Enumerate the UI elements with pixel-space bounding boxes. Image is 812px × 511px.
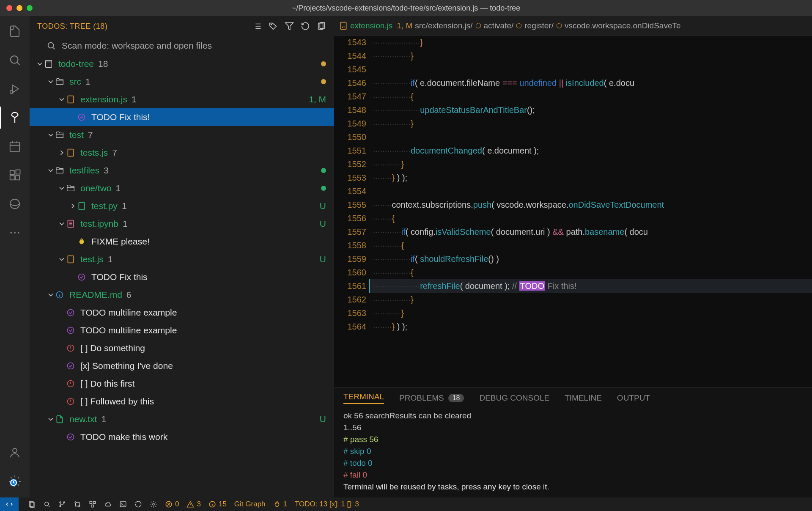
svg-point-33	[68, 434, 74, 440]
sidebar: TODOS: TREE (18) Scan mode: workspace an…	[30, 16, 334, 497]
filter-icon[interactable]	[285, 22, 294, 31]
tree-row[interactable]: one/two1	[30, 179, 334, 197]
todo-tree-icon[interactable]	[7, 110, 22, 125]
sb-info[interactable]: 15	[208, 500, 227, 508]
more-icon[interactable]	[7, 225, 22, 240]
tree-row[interactable]: src1	[30, 73, 334, 91]
js-file-icon	[339, 22, 348, 30]
sb-compare-icon[interactable]	[74, 500, 81, 508]
tab-problems[interactable]: PROBLEMS18	[399, 392, 464, 404]
tree-row[interactable]: [ ] Do this first	[30, 375, 334, 393]
extensions-icon[interactable]	[7, 168, 22, 183]
svg-rect-34	[340, 22, 346, 29]
svg-rect-46	[120, 502, 126, 507]
activity-bar	[0, 16, 30, 497]
sb-files-icon[interactable]	[28, 500, 36, 508]
sb-gitgraph[interactable]: Git Graph	[234, 500, 266, 508]
tree-row[interactable]: [x] Something I've done	[30, 357, 334, 375]
search-icon	[47, 41, 56, 50]
terminal-output[interactable]: ok 56 searchResults can be cleared1..56#…	[334, 408, 812, 497]
sb-errors[interactable]: 0	[165, 500, 179, 508]
tree-row[interactable]: TODO multiline example	[30, 304, 334, 321]
tree-row[interactable]: extension.js11, M	[30, 91, 334, 108]
tree-row[interactable]: tests.js7	[30, 144, 334, 162]
tree-row[interactable]: [ ] Followed by this	[30, 393, 334, 410]
refresh-icon[interactable]	[301, 22, 310, 31]
tab-terminal[interactable]: TERMINAL	[343, 392, 384, 404]
svg-point-40	[63, 502, 65, 503]
close-window[interactable]	[6, 5, 12, 11]
svg-rect-3	[10, 170, 14, 175]
svg-rect-6	[16, 170, 20, 174]
code-editor[interactable]: 1543154415451546154715481549155015511552…	[334, 36, 812, 387]
item-label: todo-tree	[58, 59, 94, 69]
tree-row[interactable]: new.txt1U	[30, 410, 334, 428]
alert-icon	[66, 343, 75, 353]
explorer-icon[interactable]	[7, 24, 22, 39]
sb-flame[interactable]: 1	[273, 500, 287, 508]
item-count: 18	[98, 59, 108, 69]
tree-view[interactable]: todo-tree18src1extension.js11, MTODO Fix…	[30, 55, 334, 497]
status-dot	[321, 79, 326, 84]
js-file-icon	[66, 148, 75, 157]
search-icon[interactable]	[7, 52, 22, 68]
account-icon[interactable]	[7, 445, 22, 460]
sb-cloud-icon[interactable]	[104, 500, 112, 508]
tab-debug-console[interactable]: DEBUG CONSOLE	[479, 392, 549, 404]
export-icon[interactable]	[317, 22, 326, 31]
svg-point-7	[10, 199, 20, 209]
tree-row[interactable]: testfiles3	[30, 162, 334, 179]
cube-icon: ⬡	[516, 22, 522, 30]
tree-row[interactable]: test.ipynb1U	[30, 215, 334, 233]
sb-terminal-icon[interactable]	[119, 500, 127, 508]
sb-search-icon[interactable]	[43, 500, 51, 508]
sb-warnings[interactable]: 3	[187, 500, 200, 508]
tree-row[interactable]: TODO make this work	[30, 428, 334, 446]
svg-rect-2	[10, 142, 20, 152]
tree-todo-selected[interactable]: TODO Fix this!	[30, 108, 334, 126]
item-count: 1	[122, 201, 127, 211]
tab-output[interactable]: OUTPUT	[617, 392, 650, 404]
scan-mode-row[interactable]: Scan mode: workspace and open files	[30, 36, 334, 55]
tab-timeline[interactable]: TIMELINE	[565, 392, 602, 404]
sb-branch-icon[interactable]	[58, 500, 66, 508]
maximize-window[interactable]	[27, 5, 33, 11]
tag-icon[interactable]	[269, 22, 278, 31]
tree-root[interactable]: todo-tree18	[30, 55, 334, 73]
panel-tabs: TERMINAL PROBLEMS18 DEBUG CONSOLE TIMELI…	[334, 388, 812, 408]
check-icon	[77, 113, 86, 122]
minimize-window[interactable]	[16, 5, 22, 11]
sync-badge-icon	[10, 479, 17, 486]
settings-icon[interactable]	[7, 474, 22, 489]
titlebar: ~/Projects/vscode-extensions/todo-tree/s…	[0, 0, 812, 16]
tree-row[interactable]: FIXME please!	[30, 233, 334, 250]
remote-button[interactable]	[0, 497, 19, 511]
svg-rect-18	[46, 60, 52, 68]
calendar-icon[interactable]	[7, 139, 22, 154]
tree-row[interactable]: test.py1U	[30, 197, 334, 215]
sphere-icon[interactable]	[7, 196, 22, 212]
svg-point-14	[271, 24, 272, 25]
tree-row[interactable]: [ ] Do something	[30, 339, 334, 357]
problems-badge: 18	[448, 394, 464, 402]
tree-row[interactable]: test7	[30, 126, 334, 144]
editor-tabbar[interactable]: extension.js 1, M src/extension.js/ ⬡act…	[334, 16, 812, 36]
debug-icon[interactable]	[7, 81, 22, 96]
tree-row[interactable]: TODO multiline example	[30, 321, 334, 339]
scan-mode-label: Scan mode: workspace and open files	[62, 41, 212, 51]
item-count: 1	[132, 94, 137, 104]
code-lines[interactable]: ····················}················}··…	[369, 36, 812, 387]
item-count: 1	[116, 183, 121, 193]
sb-refresh-icon[interactable]	[134, 500, 142, 508]
tree-row[interactable]: README.md6	[30, 286, 334, 304]
sb-todo-count[interactable]: TODO: 13 [x]: 1 []: 3	[295, 500, 359, 508]
sb-graph-icon[interactable]	[89, 500, 96, 508]
breadcrumb[interactable]: src/extension.js/ ⬡activate/ ⬡register/ …	[415, 21, 680, 30]
list-icon[interactable]	[252, 22, 262, 31]
sb-gear-icon[interactable]	[150, 500, 157, 508]
tree-row[interactable]: TODO Fix this	[30, 268, 334, 286]
info-icon	[55, 290, 64, 299]
status-bar: 0 3 15 Git Graph 1 TODO: 13 [x]: 1 []: 3	[0, 497, 812, 511]
svg-rect-43	[90, 501, 92, 503]
tree-row[interactable]: test.js1U	[30, 250, 334, 268]
